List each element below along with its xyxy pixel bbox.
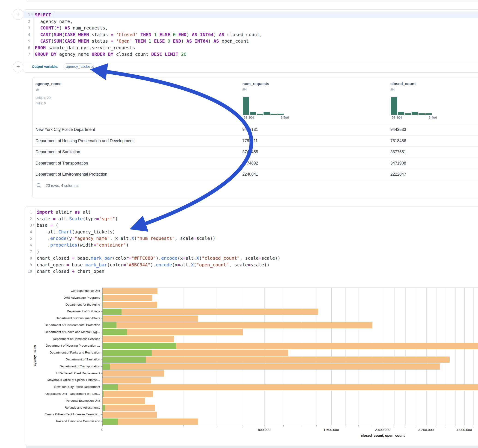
y-axis-label: Mayorâ€ s Office of Special Enforce…: [40, 378, 100, 382]
code-line[interactable]: 4 alt.Chart(agency_tickets): [25, 229, 478, 235]
code-line[interactable]: 7): [25, 249, 478, 255]
x-axis-tick: [243, 425, 243, 426]
divider: [23, 61, 478, 61]
bar-open-count: [103, 418, 118, 425]
search-icon[interactable]: [37, 183, 42, 188]
chart-gridline: [301, 288, 301, 425]
code-line[interactable]: 7GROUP BY agency_name ORDER BY closed_co…: [23, 51, 478, 58]
y-axis-tick: [101, 414, 102, 415]
table-row[interactable]: Department of Transportation377489234719…: [32, 158, 478, 169]
chart-gridline: [264, 288, 265, 425]
code-text: import altair as alt: [37, 209, 91, 216]
code-line[interactable]: 6 .properties(width="container"): [25, 242, 478, 249]
code-text: CAST(SUM(CASE WHEN status = 'Closed' THE…: [35, 31, 262, 38]
code-line[interactable]: 1import altair as alt: [25, 209, 478, 216]
histogram-bar: [425, 113, 432, 115]
cell-value: 9443533: [390, 124, 406, 135]
x-axis-tick: [436, 425, 436, 426]
line-number: 10: [25, 268, 32, 275]
histogram-bar: [277, 114, 284, 115]
fold-chevron-icon[interactable]: ∨: [31, 11, 33, 18]
column-header-closed-count[interactable]: closed_count: [390, 81, 416, 86]
output-variable-pill[interactable]: agency_tickets: [64, 63, 94, 70]
previous-cell-edge: [26, 0, 478, 1]
chart-gridline: [405, 288, 406, 425]
x-axis-tick: [416, 425, 416, 426]
bar-open-count: [103, 343, 176, 349]
histogram-bar: [412, 112, 418, 115]
table-row[interactable]: Department of Environmental Protection22…: [32, 169, 478, 180]
cell-value: 3471908: [390, 158, 406, 169]
bar-closed-count: [103, 377, 151, 384]
table-row[interactable]: Department of Housing Preservation and D…: [32, 135, 478, 147]
code-line[interactable]: 9chart_open = base.mark_bar(color="#8BC3…: [25, 261, 478, 268]
histogram-bar: [419, 113, 425, 115]
x-axis-tick: [358, 425, 358, 426]
chart-gridline: [346, 288, 346, 425]
bar-open-count: [103, 384, 118, 390]
notebook-page: + + 1∨SELECT 2 agency_name,3 COUNT(*) AS…: [0, 0, 478, 448]
y-axis-tick: [101, 298, 102, 298]
code-line[interactable]: 8chart_closed = base.mark_bar(color="#FF…: [25, 255, 478, 261]
x-axis-tick: [426, 425, 426, 426]
x-axis-tick-label: 4,000,000: [446, 428, 478, 432]
histogram-bar: [391, 97, 397, 115]
line-number: 5: [25, 235, 32, 242]
chart-gridline: [446, 288, 446, 425]
table-row[interactable]: Department of Sanitation37494853677651: [32, 146, 478, 158]
dataframe-preview: agency_name str unique: 20 nulls: 0 num_…: [32, 77, 478, 198]
x-axis-tick: [371, 425, 371, 426]
y-axis-tick: [101, 401, 102, 401]
code-line[interactable]: 5 .encode(y="agency_name", x=alt.X("num_…: [25, 235, 478, 242]
code-text: SELECT: [35, 12, 54, 18]
code-line[interactable]: 10chart_closed + chart_open: [25, 268, 478, 275]
bar-open-count: [103, 316, 103, 322]
bar-open-count: [103, 363, 110, 370]
chart-gridline: [284, 288, 284, 425]
code-line[interactable]: 4 CAST(SUM(CASE WHEN status = 'Closed' T…: [23, 31, 478, 38]
bar-open-count: [103, 356, 146, 363]
line-number: 4: [25, 229, 32, 235]
y-axis-label: Correspondence Unit: [40, 289, 100, 293]
bar-open-count: [103, 302, 103, 308]
code-line[interactable]: 2scale = alt.Scale(type="sqrt"): [25, 216, 478, 222]
column-type: str: [36, 87, 39, 91]
add-cell-button[interactable]: +: [13, 62, 24, 72]
x-axis-tick: [455, 425, 455, 426]
code-line[interactable]: 5 CAST(SUM(CASE WHEN status = 'Open' THE…: [23, 38, 478, 44]
histogram-min-label: 53,304: [244, 116, 254, 119]
y-axis-label: Taxi and Limousine Commission: [40, 419, 100, 423]
column-header-agency-name[interactable]: agency_name: [36, 81, 61, 86]
y-axis-tick: [101, 387, 102, 387]
line-number: 7: [25, 249, 32, 255]
code-text: base = (: [37, 222, 58, 229]
x-axis-tick-label: 1,600,000: [313, 428, 350, 432]
chart-gridline: [183, 288, 184, 425]
y-axis-tick: [101, 311, 102, 311]
code-line[interactable]: 3∨base = (: [25, 222, 478, 229]
line-number: 2: [25, 216, 32, 222]
line-number: 8: [25, 255, 32, 261]
table-row[interactable]: New York City Police Department945313194…: [32, 124, 478, 136]
fold-chevron-icon[interactable]: ∨: [33, 221, 35, 228]
code-line[interactable]: 2 agency_name,: [23, 18, 478, 25]
x-axis-tick: [394, 425, 394, 426]
x-axis-tick: [217, 425, 217, 426]
y-axis-label: Department of Transportation: [40, 365, 100, 368]
bar-closed-count: [103, 316, 198, 322]
y-axis-tick: [101, 346, 102, 346]
y-axis-tick: [101, 367, 102, 367]
histogram-max-label: 9.4e6: [416, 116, 437, 119]
sql-cell[interactable]: 1∨SELECT 2 agency_name,3 COUNT(*) AS num…: [23, 9, 478, 73]
code-text: agency_name,: [35, 18, 73, 25]
cell-agency-name: Department of Sanitation: [36, 146, 80, 158]
add-cell-button[interactable]: +: [13, 9, 24, 20]
code-text: scale = alt.Scale(type="sqrt"): [37, 216, 118, 222]
code-line[interactable]: 3 COUNT(*) AS num_requests,: [23, 25, 478, 31]
column-header-num-requests[interactable]: num_requests: [242, 81, 269, 86]
x-axis-tick: [183, 425, 183, 426]
code-line[interactable]: 1∨SELECT: [23, 12, 478, 18]
bar-open-count: [103, 329, 127, 335]
code-line[interactable]: 6FROM sample_data.nyc.service_requests: [23, 44, 478, 51]
y-axis-label: Department of Sanitation: [40, 358, 100, 361]
